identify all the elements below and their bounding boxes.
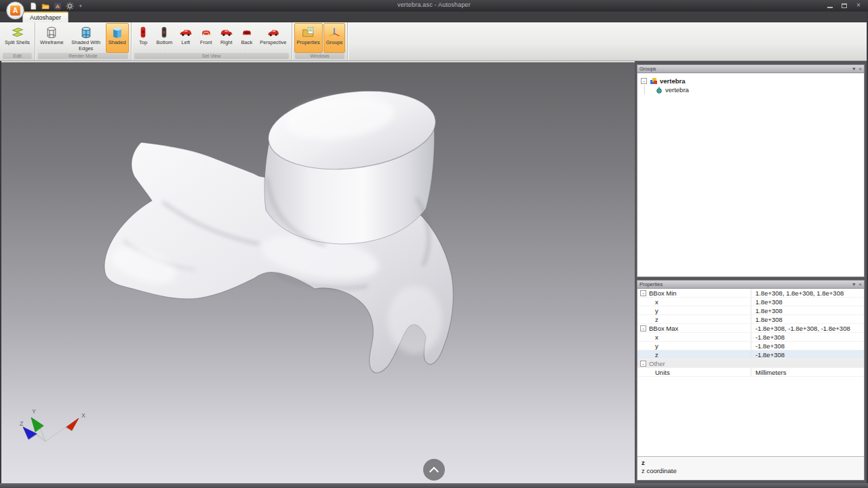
highlight: [388, 286, 442, 354]
group-label: Render Mode: [38, 53, 127, 59]
property-value[interactable]: -1.8e+308: [751, 342, 864, 350]
groups-panel-header: Groups ▾ ×: [637, 65, 864, 73]
shaded-icon: [110, 25, 124, 39]
view-top-icon: [136, 25, 151, 39]
groups-tree: - vertebra verte: [637, 73, 864, 94]
minimize-button[interactable]: [826, 2, 834, 9]
property-row-x[interactable]: x1.8e+308: [637, 298, 864, 306]
button-label: Perspective: [260, 40, 286, 46]
front-button[interactable]: Front: [196, 23, 216, 53]
property-row-z[interactable]: z1.8e+308: [637, 315, 864, 324]
group-label: Windows: [295, 53, 345, 59]
vertebra-mesh[interactable]: X Y Z: [1, 62, 635, 485]
property-value[interactable]: -1.8e+308: [751, 333, 864, 341]
collapse-expander-icon[interactable]: -: [640, 325, 646, 331]
groups-panel: Groups ▾ × - vertebra: [637, 64, 865, 277]
button-label: Properties: [297, 40, 320, 46]
chevron-up-icon: [429, 467, 439, 476]
property-value[interactable]: -1.8e+308: [751, 351, 864, 359]
window-bottom-border: [0, 483, 868, 488]
split-shells-button[interactable]: Split Shells: [2, 23, 33, 53]
view-left-icon: [178, 25, 193, 39]
shaded-with-edges-button[interactable]: Shaded With Edges: [67, 23, 105, 53]
maximize-button[interactable]: [840, 2, 848, 9]
property-row-units[interactable]: UnitsMillimeters: [637, 368, 864, 377]
z-axis-label: Z: [20, 420, 24, 427]
property-name: y: [655, 307, 658, 314]
property-name: y: [655, 342, 658, 350]
property-row-x[interactable]: x-1.8e+308: [637, 333, 864, 342]
back-button[interactable]: Back: [237, 23, 256, 53]
close-icon[interactable]: ×: [859, 281, 862, 287]
bottom-button[interactable]: Bottom: [154, 23, 176, 53]
close-icon[interactable]: ×: [859, 66, 862, 72]
property-value[interactable]: Millimeters: [751, 369, 864, 376]
property-value[interactable]: 1.8e+308, 1.8e+308, 1.8e+308: [751, 289, 864, 297]
properties-panel-title: Properties: [639, 281, 849, 287]
button-label: Top: [139, 40, 147, 46]
top-button[interactable]: Top: [134, 23, 153, 53]
3d-viewport[interactable]: X Y Z: [1, 61, 635, 483]
button-label: Bottom: [157, 40, 173, 46]
property-row-bbox-min[interactable]: -BBox Min1.8e+308, 1.8e+308, 1.8e+308: [637, 289, 864, 298]
y-axis-label: Y: [32, 408, 36, 415]
y-axis-arrow-icon: [31, 418, 43, 432]
property-value[interactable]: 1.8e+308: [751, 307, 864, 314]
button-label: Left: [182, 40, 191, 46]
pin-icon[interactable]: ▾: [852, 281, 855, 287]
view-perspective-icon: [266, 25, 280, 39]
tree-row-root[interactable]: - vertebra: [637, 77, 864, 85]
wireframe-button[interactable]: Wireframe: [37, 23, 66, 53]
wireframe-icon: [45, 25, 59, 39]
properties-panel: Properties ▾ × -BBox Min1.8e+308, 1.8e+3…: [637, 280, 865, 481]
split-shells-icon: [10, 25, 24, 39]
tree-row-child[interactable]: vertebra: [637, 85, 864, 94]
selected-property-name: z: [642, 459, 860, 466]
ribbon-group-windows: PropertiesGroupsWindows: [292, 22, 349, 60]
properties-icon: [301, 25, 315, 39]
right-button[interactable]: Right: [216, 23, 236, 53]
view-back-icon: [239, 25, 254, 39]
property-name: z: [655, 351, 658, 359]
perspective-button[interactable]: Perspective: [257, 23, 289, 53]
property-row-y[interactable]: y-1.8e+308: [637, 342, 864, 350]
title-bar: A A▾ vertebra.asc - Autoshaper ×: [0, 0, 868, 12]
property-value[interactable]: 1.8e+308: [751, 298, 864, 306]
button-label: Shaded: [108, 40, 126, 46]
properties-button[interactable]: Properties: [294, 23, 323, 53]
property-name: z: [655, 316, 658, 323]
ribbon-group-edit: Split ShellsEdit: [0, 22, 35, 60]
groups-icon: [328, 25, 342, 39]
property-name: Other: [649, 360, 665, 367]
window-left-border: [0, 61, 1, 483]
axis-gizmo: X Y Z: [20, 408, 85, 441]
shaded-button[interactable]: Shaded: [106, 23, 129, 53]
x-axis-label: X: [81, 412, 85, 419]
collapse-expander-icon[interactable]: -: [640, 361, 646, 367]
tab-autoshaper[interactable]: Autoshaper: [22, 12, 68, 22]
property-row-y[interactable]: y1.8e+308: [637, 306, 864, 315]
shell-node-icon: [655, 86, 663, 94]
property-grid: -BBox Min1.8e+308, 1.8e+308, 1.8e+308x1.…: [637, 289, 864, 377]
property-row-bbox-max[interactable]: -BBox Max-1.8e+308, -1.8e+308, -1.8e+308: [637, 324, 864, 333]
shaded-edges-icon: [79, 25, 93, 39]
window-title: vertebra.asc - Autoshaper: [0, 1, 868, 8]
property-value[interactable]: -1.8e+308, -1.8e+308, -1.8e+308: [751, 325, 864, 332]
property-row-z[interactable]: z-1.8e+308: [637, 350, 864, 359]
pin-icon[interactable]: ▾: [852, 66, 855, 72]
expand-panel-button[interactable]: [423, 459, 445, 481]
left-button[interactable]: Left: [176, 23, 195, 53]
property-value[interactable]: 1.8e+308: [751, 316, 864, 323]
button-label: Shaded With Edges: [70, 40, 102, 52]
right-dock: Groups ▾ × - vertebra: [635, 61, 867, 483]
collapse-expander-icon[interactable]: -: [640, 290, 646, 296]
collapse-expander-icon[interactable]: -: [641, 78, 647, 84]
button-label: Wireframe: [40, 40, 64, 46]
groups-button[interactable]: Groups: [323, 23, 346, 53]
property-row-other[interactable]: -Other: [637, 359, 864, 368]
close-button[interactable]: ×: [854, 2, 863, 9]
group-label: Edit: [3, 53, 32, 59]
view-front-icon: [199, 25, 213, 39]
view-bottom-icon: [157, 25, 172, 39]
application-menu-button[interactable]: A: [6, 1, 24, 20]
